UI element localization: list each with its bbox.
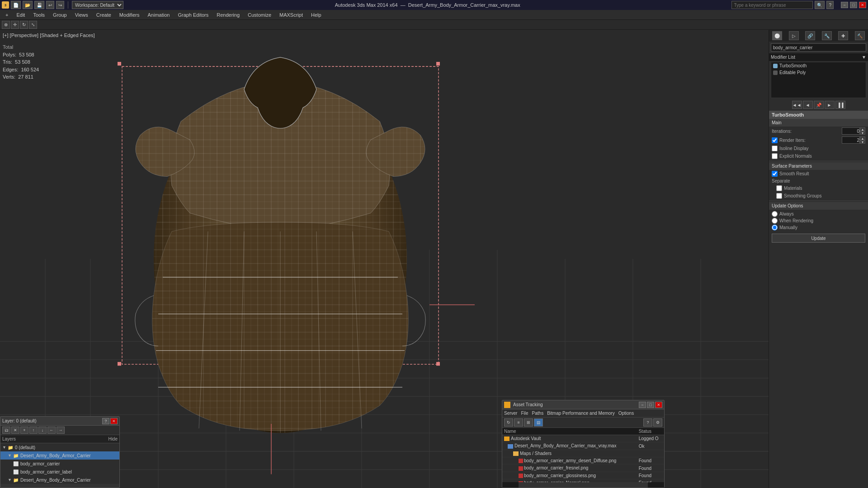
when-rendering-radio[interactable] <box>772 218 778 224</box>
layer-btn-up[interactable]: ↑ <box>29 427 38 434</box>
menu-help[interactable]: Help <box>307 10 325 19</box>
layer-btn-down[interactable]: ↓ <box>38 427 47 434</box>
iterations-down[interactable]: ▼ <box>860 131 865 135</box>
vp-tool-scale[interactable]: ⤡ <box>29 21 37 29</box>
update-options-header[interactable]: Update Options <box>769 202 868 210</box>
menu-rendering[interactable]: Rendering <box>213 10 243 19</box>
vp-tool-select[interactable]: ⊕ <box>2 21 10 29</box>
at-row-glossiness[interactable]: body_armor_carrier_glossiness.png Found <box>502 472 664 479</box>
surface-params-header[interactable]: Surface Parameters <box>769 162 868 170</box>
open-btn[interactable]: 📂 <box>23 1 33 9</box>
search-input[interactable] <box>731 1 813 9</box>
at-settings-btn[interactable]: ⚙ <box>653 418 662 427</box>
maximize-btn[interactable]: □ <box>850 2 857 8</box>
smoothing-groups-checkbox[interactable] <box>776 193 782 199</box>
rp-nav-prev[interactable]: ◄ <box>803 101 813 109</box>
layer-item-desert[interactable]: ▼📁Desert_Army_Body_Armor_Carrier <box>0 451 119 460</box>
workspace-select[interactable]: Workspace: Default <box>72 1 123 9</box>
at-row-fresnel[interactable]: body_armor_carrier_fresnel.png Found <box>502 465 664 472</box>
layers-scrollbar[interactable] <box>0 484 119 488</box>
isoline-checkbox[interactable] <box>772 145 778 151</box>
close-btn[interactable]: ✕ <box>859 2 866 8</box>
rp-tab-utilities[interactable]: 🔧 <box>822 31 832 40</box>
viewport[interactable]: ARMY <box>0 30 769 488</box>
at-menu-options[interactable]: Options <box>618 411 634 416</box>
help-btn[interactable]: ? <box>826 1 834 9</box>
search-icon-btn[interactable]: 🔍 <box>815 1 825 9</box>
always-radio[interactable] <box>772 211 778 217</box>
vp-tool-move[interactable]: ✛ <box>11 21 19 29</box>
layer-btn-del[interactable]: ✕ <box>11 427 19 434</box>
menu-graph-editors[interactable]: Graph Editors <box>174 10 212 19</box>
main-section-header[interactable]: Main <box>769 119 868 127</box>
at-max-btn[interactable]: □ <box>647 402 654 408</box>
layer-btn-add[interactable]: + <box>20 427 28 434</box>
vp-tool-rotate[interactable]: ↻ <box>20 21 28 29</box>
at-scrollbar[interactable] <box>502 482 664 488</box>
object-name-input[interactable] <box>771 43 866 52</box>
at-row-max-file[interactable]: Desert_Army_Body_Armor_Carrier_max_vray.… <box>502 442 664 450</box>
at-menu-paths[interactable]: Paths <box>532 411 544 416</box>
menu-tools[interactable]: Tools <box>29 10 48 19</box>
modifier-editable-poly[interactable]: Editable Poly <box>771 69 866 76</box>
menu-modifiers[interactable]: Modifiers <box>116 10 143 19</box>
materials-checkbox[interactable] <box>776 185 782 191</box>
menu-plus[interactable]: + <box>2 10 12 19</box>
update-btn[interactable]: Update <box>772 234 865 243</box>
at-close-btn[interactable]: ✕ <box>655 402 662 408</box>
rp-nav-pin[interactable]: 📌 <box>814 101 824 109</box>
at-help-btn[interactable]: ? <box>643 418 652 427</box>
layer-btn-right[interactable]: → <box>57 427 65 434</box>
menu-customize[interactable]: Customize <box>244 10 275 19</box>
explicit-normals-checkbox[interactable] <box>772 153 778 159</box>
layer-btn-left[interactable]: ← <box>47 427 56 434</box>
menu-views[interactable]: Views <box>71 10 92 19</box>
rp-nav-first[interactable]: ◄◄ <box>792 101 802 109</box>
at-row-diffuse[interactable]: body_armor_carrier_army_desert_Diffuse.p… <box>502 457 664 465</box>
at-refresh-btn[interactable]: ↻ <box>504 418 513 427</box>
menu-animation[interactable]: Animation <box>144 10 173 19</box>
rp-tab-motion[interactable]: ▷ <box>789 31 799 40</box>
minimize-btn[interactable]: − <box>841 2 848 8</box>
save-btn[interactable]: 💾 <box>34 1 44 9</box>
undo-btn[interactable]: ↩ <box>46 1 54 9</box>
smooth-result-checkbox[interactable] <box>772 171 778 177</box>
menu-create[interactable]: Create <box>93 10 115 19</box>
layer-btn-1[interactable]: 🗂 <box>2 427 10 434</box>
menu-maxscript[interactable]: MAXScript <box>276 10 307 19</box>
at-min-btn[interactable]: − <box>639 402 646 408</box>
at-menu-server[interactable]: Server <box>504 411 517 416</box>
rp-tab-hierarchy[interactable]: 🔗 <box>805 31 815 40</box>
render-iters-up[interactable]: ▲ <box>860 136 865 140</box>
rp-tab-create[interactable]: ✚ <box>838 31 848 40</box>
at-menu-bitmap[interactable]: Bitmap Performance and Memory <box>547 411 615 416</box>
redo-btn[interactable]: ↪ <box>56 1 64 9</box>
iterations-up[interactable]: ▲ <box>860 127 865 131</box>
render-iters-input[interactable] <box>842 136 860 144</box>
rp-nav-last[interactable]: ▐▐ <box>835 101 845 109</box>
manually-radio[interactable] <box>772 225 778 230</box>
render-iters-down[interactable]: ▼ <box>860 140 865 144</box>
layers-help-btn[interactable]: ? <box>102 418 109 424</box>
layer-item-desert2[interactable]: ▼📁Desert_Army_Body_Armor_Carrier <box>0 476 119 484</box>
render-iters-checkbox[interactable] <box>772 137 778 143</box>
new-btn[interactable]: 📄 <box>11 1 21 9</box>
layer-item-body-armor[interactable]: ⬜body_armor_carrier <box>0 460 119 468</box>
layers-close-btn[interactable]: ✕ <box>110 418 118 424</box>
menu-edit[interactable]: Edit <box>13 10 28 19</box>
at-grid-btn[interactable]: ⊞ <box>524 418 533 427</box>
modifier-turbosmooth[interactable]: TurboSmooth <box>771 62 866 69</box>
at-row-vault[interactable]: Autodesk Vault Logged O <box>502 435 664 442</box>
at-row-maps[interactable]: Maps / Shaders <box>502 450 664 457</box>
iterations-input[interactable] <box>842 127 860 135</box>
menu-group[interactable]: Group <box>49 10 71 19</box>
rp-tab-display[interactable]: ⚪ <box>772 31 782 40</box>
rp-nav-next[interactable]: ► <box>825 101 835 109</box>
at-list-btn[interactable]: ≡ <box>514 418 523 427</box>
at-table-btn[interactable]: ▤ <box>534 418 543 427</box>
rp-tab-modify[interactable]: 🔨 <box>855 31 865 40</box>
turbosmooth-section-header[interactable]: TurboSmooth <box>769 111 868 119</box>
layer-item-0[interactable]: ▼📁0 (default) <box>0 443 119 451</box>
layer-item-label[interactable]: ⬜body_armor_carrier_label <box>0 468 119 476</box>
at-menu-file[interactable]: File <box>521 411 528 416</box>
